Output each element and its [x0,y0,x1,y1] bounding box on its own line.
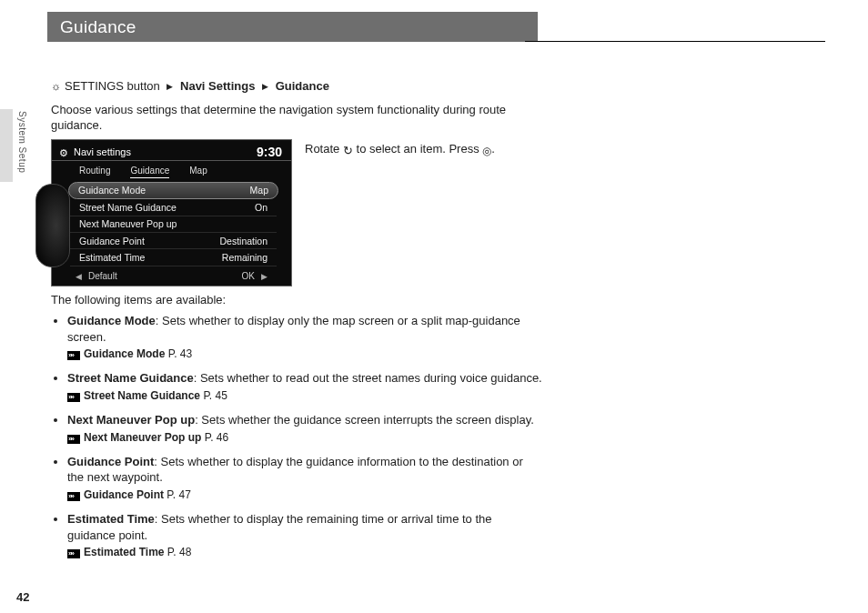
list-item: Street Name Guidance: Sets whether to re… [67,370,542,403]
section-title: Guidance [60,15,136,39]
screenshot-dial [35,184,70,267]
item-name: Guidance Point [67,455,154,468]
xref-page: P. 47 [167,488,190,501]
screenshot-left-arrow-icon [76,271,82,282]
list-item: Estimated Time: Sets whether to display … [67,511,542,559]
item-name: Guidance Mode [67,314,156,327]
item-name: Street Name Guidance [67,371,194,385]
screenshot-menu-item: Estimated Time Remaining [70,249,277,266]
screenshot-tab: Map [189,165,207,179]
xref-label: Estimated Time [84,546,164,558]
breadcrumb-item-2: Guidance [276,79,329,93]
cross-reference: Guidance Point P. 47 [67,487,542,502]
navi-screenshot: Navi settings 9:30 Routing Guidance Map … [51,139,292,286]
screenshot-right-arrow-icon [261,271,267,282]
breadcrumb-item-1: Navi Settings [180,79,255,93]
cross-reference: Estimated Time P. 48 [67,545,542,559]
xref-label: Guidance Point [84,488,164,501]
list-item: Next Maneuver Pop up: Sets whether the g… [67,412,542,445]
screenshot-menu-label: Street Name Guidance [79,201,177,214]
screenshot-tab: Routing [79,165,110,179]
xref-icon [67,549,80,558]
screenshot-menu-value: Destination [219,235,267,247]
list-item: Guidance Mode: Sets whether to display o… [67,313,542,361]
item-name: Next Maneuver Pop up [67,413,195,427]
screenshot-menu-item: Street Name Guidance On [70,200,277,216]
breadcrumb-sep-icon [258,79,272,93]
screenshot-title: Navi settings [74,146,131,159]
screenshot-menu-value: Remaining [222,251,267,264]
screenshot-clock: 9:30 [257,144,282,161]
screenshot-menu-label: Guidance Mode [78,184,146,196]
settings-button-icon [51,79,65,93]
xref-icon [67,492,80,501]
xref-label: Next Maneuver Pop up [84,431,201,444]
cross-reference: Street Name Guidance P. 45 [67,388,542,403]
screenshot-menu-label: Guidance Point [79,235,145,247]
screenshot-menu-value: Map [250,184,268,196]
screenshot-bottom-bar: Default OK [88,270,255,283]
side-tab-label: System Setup [15,111,28,184]
intro-text: Choose various settings that determine t… [51,102,542,134]
xref-icon [67,351,80,360]
screenshot-bottom-right: OK [242,270,255,283]
list-item: Guidance Point: Sets whether to display … [67,454,542,502]
available-intro: The following items are available: [51,292,542,308]
side-tab-bg [0,109,13,182]
rotary-dial-icon [343,143,353,159]
screenshot-bottom-left: Default [88,270,117,283]
instruction-select: to select an item. Press [353,142,482,156]
breadcrumb-prefix: SETTINGS button [65,79,160,93]
screenshot-menu-label: Estimated Time [79,251,145,264]
xref-page: P. 48 [167,546,191,558]
cross-reference: Guidance Mode P. 43 [67,347,542,361]
cross-reference: Next Maneuver Pop up P. 46 [67,430,542,445]
screenshot-menu-value: On [255,201,267,214]
items-list: Guidance Mode: Sets whether to display o… [51,313,542,559]
xref-page: P. 46 [205,431,228,444]
screenshot-menu-item-selected: Guidance Mode Map [68,182,278,199]
screenshot-gear-icon [59,146,69,156]
xref-page: P. 43 [168,347,192,360]
screenshot-divider [52,160,291,161]
instruction-period: . [491,142,495,156]
item-desc: : Sets whether to read out the street na… [194,371,542,385]
xref-icon [67,393,80,402]
instruction-rotate: Rotate [305,142,339,156]
breadcrumb-sep-icon [163,79,177,93]
screenshot-tabs: Routing Guidance Map [79,165,207,179]
screenshot-menu-item: Guidance Point Destination [70,233,277,249]
xref-icon [67,435,80,444]
xref-label: Guidance Mode [84,347,165,360]
push-button-icon [482,143,491,159]
page-number: 42 [16,589,29,606]
operation-instructions: Rotate to select an item. Press . [305,139,542,159]
section-header: Guidance [47,12,538,42]
xref-page: P. 45 [203,389,227,402]
screenshot-tab-selected: Guidance [130,165,169,179]
item-name: Estimated Time [67,512,155,526]
screenshot-menu: Guidance Mode Map Street Name Guidance O… [70,182,277,266]
screenshot-menu-label: Next Maneuver Pop up [79,217,177,230]
header-divider [525,41,825,42]
xref-label: Street Name Guidance [84,389,200,402]
content-area: SETTINGS button Navi Settings Guidance C… [51,78,542,569]
screenshot-menu-item: Next Maneuver Pop up [70,216,277,233]
breadcrumb: SETTINGS button Navi Settings Guidance [51,78,542,95]
item-desc: : Sets whether the guidance screen inter… [195,413,534,427]
